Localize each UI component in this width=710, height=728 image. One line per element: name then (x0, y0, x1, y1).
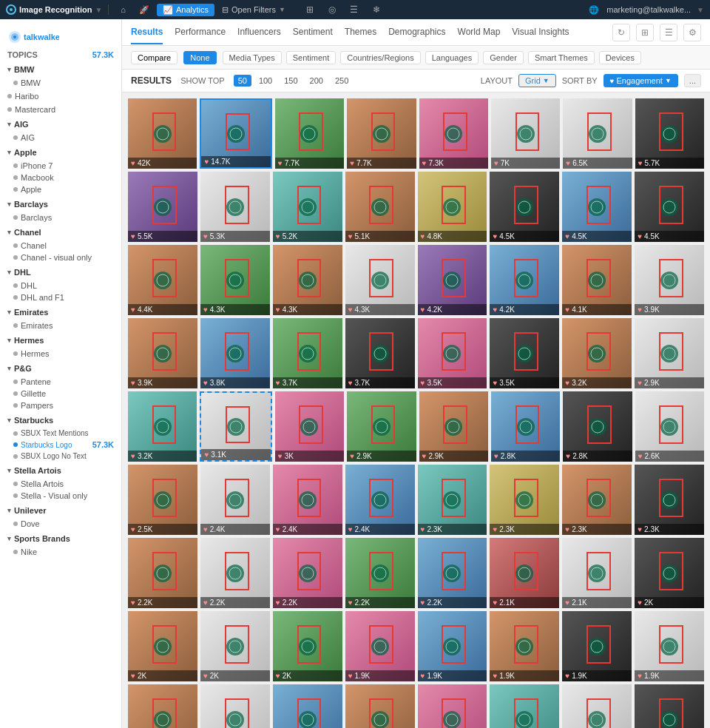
filter-devices[interactable]: Devices (599, 51, 641, 64)
image-cell-1-2[interactable]: ♥5.2K (273, 172, 342, 242)
image-cell-5-6[interactable]: ♥2.3K (562, 465, 632, 535)
topic-group-hermes-header[interactable]: ▾ Hermes (0, 333, 121, 348)
topic-item-dhl[interactable]: DHL (0, 280, 121, 291)
topic-item-stella-artois[interactable]: Stella Artois (0, 478, 121, 490)
topic-item-bmw[interactable]: BMW (0, 77, 121, 89)
image-cell-2-2[interactable]: ♥4.3K (273, 245, 342, 315)
refresh-icon[interactable]: ↻ (612, 24, 630, 41)
filter-sentiment[interactable]: Sentiment (286, 51, 337, 64)
user-globe-icon[interactable]: 🌐 (587, 3, 601, 16)
image-cell-2-6[interactable]: ♥4.1K (562, 245, 632, 315)
topic-item-iphone7[interactable]: iPhone 7 (0, 160, 121, 172)
image-cell-7-4[interactable]: ♥1.9K (418, 611, 487, 681)
image-cell-8-3[interactable] (345, 684, 415, 728)
image-cell-4-2[interactable]: ♥3K (275, 391, 344, 462)
topic-item-dove[interactable]: Dove (0, 518, 121, 530)
topic-group-emirates-header[interactable]: ▾ Emirates (0, 305, 121, 320)
image-cell-1-3[interactable]: ♥5.1K (345, 172, 415, 242)
image-cell-1-0[interactable]: ♥5.5K (128, 172, 197, 242)
image-cell-6-5[interactable]: ♥2.1K (490, 538, 559, 608)
topic-group-chanel-header[interactable]: ▾ Chanel (0, 225, 121, 240)
view-table-icon[interactable]: ☰ (660, 24, 677, 41)
image-cell-7-0[interactable]: ♥2K (128, 611, 197, 681)
image-cell-8-0[interactable]: ♥1.9K (128, 684, 197, 728)
filter-countries[interactable]: Countries/Regions (340, 51, 421, 64)
user-arrow[interactable]: ▼ (697, 6, 704, 14)
grid-view-icon[interactable]: ⊞ (303, 3, 317, 16)
topic-group-dhl-header[interactable]: ▾ DHL (0, 265, 121, 280)
topic-group-barclays-header[interactable]: ▾ Barclays (0, 197, 121, 212)
tab-influencers[interactable]: Influencers (237, 21, 281, 44)
image-cell-4-1[interactable]: ♥3.1K (200, 391, 271, 462)
image-cell-7-3[interactable]: ♥1.9K (345, 611, 415, 681)
topic-item-chanel[interactable]: Chanel (0, 240, 121, 252)
image-cell-0-0[interactable]: ♥42K (128, 98, 197, 169)
filter-gender[interactable]: Gender (483, 51, 524, 64)
image-cell-1-1[interactable]: ♥5.3K (200, 172, 270, 242)
tab-demographics[interactable]: Demographics (388, 21, 445, 44)
topic-item-macbook[interactable]: Macbook (0, 172, 121, 183)
image-cell-1-6[interactable]: ♥4.5K (562, 172, 632, 242)
image-cell-3-0[interactable]: ♥3.9K (128, 318, 197, 388)
image-cell-2-5[interactable]: ♥4.2K (490, 245, 559, 315)
brand-arrow[interactable]: ▼ (95, 6, 102, 14)
image-cell-2-0[interactable]: ♥4.4K (128, 245, 197, 315)
image-cell-0-3[interactable]: ♥7.7K (347, 98, 416, 169)
compare-button[interactable]: Compare (131, 51, 178, 64)
image-cell-8-7[interactable] (635, 684, 704, 728)
image-cell-7-1[interactable]: ♥2K (200, 611, 270, 681)
image-cell-3-6[interactable]: ♥3.2K (562, 318, 632, 388)
topic-item-mastercard[interactable]: Mastercard (0, 104, 121, 115)
topic-item-nike[interactable]: Nike (0, 546, 121, 558)
image-cell-8-2[interactable] (273, 684, 342, 728)
image-cell-8-6[interactable] (562, 684, 632, 728)
image-cell-8-1[interactable]: ♥1.9K (200, 684, 270, 728)
image-cell-6-7[interactable]: ♥2K (635, 538, 704, 608)
topic-group-starbucks-header[interactable]: ▾ Starbucks (0, 413, 121, 428)
tab-sentiment[interactable]: Sentiment (293, 21, 333, 44)
image-cell-3-4[interactable]: ♥3.5K (418, 318, 487, 388)
image-cell-2-7[interactable]: ♥3.9K (635, 245, 704, 315)
image-cell-1-7[interactable]: ♥4.5K (635, 172, 704, 242)
image-cell-2-1[interactable]: ♥4.3K (200, 245, 270, 315)
topic-item-apple[interactable]: Apple (0, 183, 121, 195)
filter-languages[interactable]: Languages (425, 51, 479, 64)
topic-group-sports-header[interactable]: ▾ Sports Brands (0, 531, 121, 546)
filter-smart-themes[interactable]: Smart Themes (528, 51, 595, 64)
topic-item-dhl-f1[interactable]: DHL and F1 (0, 291, 121, 303)
layout-grid-button[interactable]: Grid ▼ (518, 74, 556, 87)
image-cell-5-5[interactable]: ♥2.3K (490, 465, 559, 535)
topic-item-aig[interactable]: AIG (0, 132, 121, 144)
image-cell-6-2[interactable]: ♥2.2K (273, 538, 342, 608)
image-cell-7-6[interactable]: ♥1.9K (562, 611, 632, 681)
topic-group-aig-header[interactable]: ▾ AIG (0, 117, 121, 132)
topic-item-barclays[interactable]: Barclays (0, 212, 121, 223)
topic-item-pampers[interactable]: Pampers (0, 400, 121, 411)
image-cell-4-0[interactable]: ♥3.2K (128, 391, 197, 462)
image-cell-4-4[interactable]: ♥2.9K (419, 391, 488, 462)
image-cell-0-4[interactable]: ♥7.3K (419, 98, 488, 169)
image-cell-6-4[interactable]: ♥2.2K (418, 538, 487, 608)
image-cell-4-7[interactable]: ♥2.6K (635, 391, 704, 462)
nav-home[interactable]: ⌂ (115, 4, 132, 16)
image-cell-3-5[interactable]: ♥3.5K (490, 318, 559, 388)
snowflake-icon[interactable]: ❄ (370, 3, 383, 16)
tab-world-map[interactable]: World Map (458, 21, 501, 44)
image-cell-1-4[interactable]: ♥4.8K (418, 172, 487, 242)
image-cell-7-7[interactable]: ♥1.9K (635, 611, 704, 681)
image-cell-2-3[interactable]: ♥4.3K (345, 245, 415, 315)
list-icon[interactable]: ☰ (348, 3, 361, 16)
image-cell-0-1[interactable]: ♥14.7K (200, 98, 271, 169)
topic-group-stella-header[interactable]: ▾ Stella Artois (0, 463, 121, 478)
topic-item-chanel-visual[interactable]: Chanel - visual only (0, 252, 121, 263)
image-cell-4-5[interactable]: ♥2.8K (491, 391, 560, 462)
image-cell-5-1[interactable]: ♥2.4K (200, 465, 270, 535)
image-cell-0-7[interactable]: ♥5.7K (635, 98, 704, 169)
image-cell-7-5[interactable]: ♥1.9K (490, 611, 559, 681)
image-cell-5-3[interactable]: ♥2.4K (345, 465, 415, 535)
topic-item-emirates[interactable]: Emirates (0, 320, 121, 331)
settings-icon[interactable]: ⚙ (683, 24, 701, 41)
image-cell-3-2[interactable]: ♥3.7K (273, 318, 342, 388)
image-cell-8-5[interactable] (490, 684, 559, 728)
image-cell-3-3[interactable]: ♥3.7K (345, 318, 415, 388)
